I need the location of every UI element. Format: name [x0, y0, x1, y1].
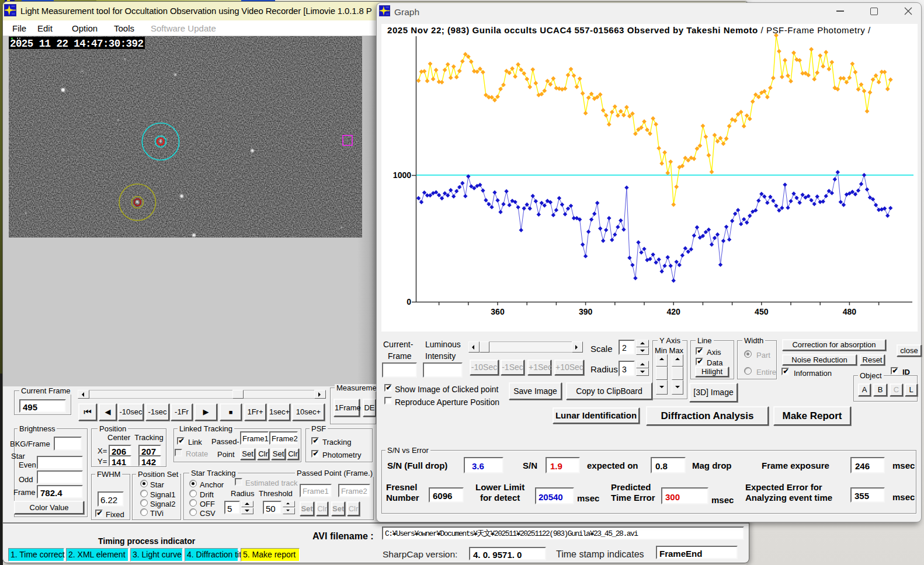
svg-text:450: 450	[755, 307, 769, 316]
svg-text:0: 0	[407, 297, 411, 306]
svg-text:2025 11 22 14:47:30:392: 2025 11 22 14:47:30:392	[10, 38, 144, 50]
svg-text:420: 420	[667, 307, 681, 316]
svg-text:390: 390	[579, 307, 593, 316]
svg-text:480: 480	[843, 307, 857, 316]
svg-text:360: 360	[491, 307, 505, 316]
svg-text:1000: 1000	[393, 170, 411, 180]
